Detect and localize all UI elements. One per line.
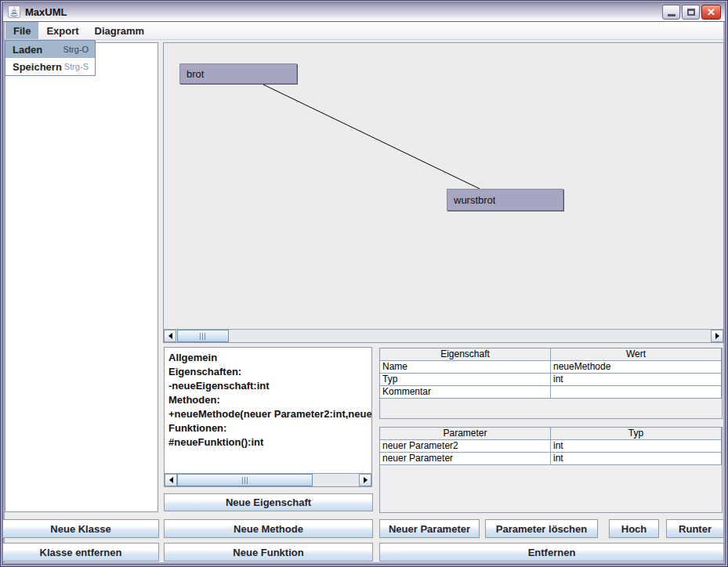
canvas-hscrollbar[interactable] bbox=[164, 329, 723, 342]
scroll-right-button[interactable] bbox=[359, 474, 371, 486]
details-line: +neueMethode(neuer Parameter2:int,neuer … bbox=[168, 407, 368, 421]
table-cell[interactable]: int bbox=[551, 440, 722, 453]
neue-methode-button[interactable]: Neue Methode bbox=[164, 519, 373, 538]
class-box-brot[interactable]: brot bbox=[179, 63, 297, 84]
window-title: MaxUML bbox=[25, 6, 67, 18]
table-cell[interactable] bbox=[551, 386, 722, 399]
titlebar[interactable]: MaxUML ✕ bbox=[3, 2, 725, 22]
entfernen-button[interactable]: Entfernen bbox=[379, 543, 724, 562]
menu-item-shortcut: Strg-S bbox=[64, 62, 89, 71]
neue-funktion-button[interactable]: Neue Funktion bbox=[164, 543, 373, 562]
menu-item-label: Laden bbox=[13, 44, 42, 56]
class-name-label: wurstbrot bbox=[454, 194, 495, 206]
details-line: Eigenschaften: bbox=[168, 365, 368, 379]
hoch-button[interactable]: Hoch bbox=[609, 519, 659, 538]
column-header[interactable]: Parameter bbox=[380, 428, 551, 440]
file-menu-popup: Laden Strg-O Speichern Strg-S bbox=[5, 40, 96, 76]
column-header[interactable]: Eigenschaft bbox=[380, 349, 551, 361]
diagram-canvas[interactable]: brot wurstbrot bbox=[164, 43, 723, 329]
table-row[interactable]: neuer Parameter2 int bbox=[380, 440, 722, 453]
neue-klasse-button[interactable]: Neue Klasse bbox=[2, 519, 159, 538]
menubar: File Export Diagramm bbox=[5, 22, 723, 40]
java-icon bbox=[8, 5, 20, 18]
table-cell[interactable]: Name bbox=[380, 361, 551, 374]
close-button[interactable]: ✕ bbox=[701, 5, 721, 20]
parameter-table: Parameter Typ neuer Parameter2 int neuer… bbox=[379, 427, 723, 513]
class-box-wurstbrot[interactable]: wurstbrot bbox=[447, 189, 563, 211]
minimize-icon bbox=[668, 14, 675, 16]
menu-item-speichern[interactable]: Speichern Strg-S bbox=[5, 58, 95, 75]
column-header[interactable]: Wert bbox=[551, 349, 722, 361]
runter-button[interactable]: Runter bbox=[666, 519, 724, 538]
menu-item-laden[interactable]: Laden Strg-O bbox=[5, 41, 95, 58]
table-cell[interactable]: Kommentar bbox=[380, 386, 551, 399]
close-icon: ✕ bbox=[707, 6, 715, 18]
menu-item-shortcut: Strg-O bbox=[63, 45, 89, 54]
scroll-left-button[interactable] bbox=[164, 330, 176, 342]
arrow-left-icon bbox=[165, 333, 172, 339]
details-text: Allgemein Eigenschaften: -neueEigenschaf… bbox=[165, 348, 371, 453]
menu-file[interactable]: File bbox=[5, 22, 38, 39]
class-name-label: brot bbox=[187, 68, 204, 80]
details-line: #neueFunktion():int bbox=[168, 435, 368, 450]
app-window: MaxUML ✕ File Export Diagramm brot wurst… bbox=[0, 0, 728, 567]
table-cell[interactable]: neuer Parameter bbox=[380, 453, 551, 465]
class-list-panel[interactable] bbox=[5, 42, 158, 512]
details-line: -neueEigenschaft:int bbox=[168, 379, 368, 393]
details-line: Funktionen: bbox=[168, 421, 368, 435]
column-header[interactable]: Typ bbox=[551, 428, 722, 440]
maximize-button[interactable] bbox=[682, 5, 700, 20]
table-cell[interactable]: int bbox=[551, 374, 722, 386]
scroll-left-button[interactable] bbox=[165, 474, 177, 486]
details-hscrollbar-thumb[interactable] bbox=[177, 474, 313, 486]
details-line: Allgemein bbox=[168, 351, 368, 365]
property-table: Eigenschaft Wert Name neueMethode Typ in… bbox=[379, 348, 723, 419]
details-panel[interactable]: Allgemein Eigenschaften: -neueEigenschaf… bbox=[164, 347, 372, 487]
menu-export[interactable]: Export bbox=[38, 22, 86, 39]
association-line bbox=[164, 43, 723, 329]
menu-diagramm[interactable]: Diagramm bbox=[87, 22, 153, 39]
table-cell[interactable]: int bbox=[551, 453, 722, 465]
table-row[interactable]: Typ int bbox=[380, 374, 722, 386]
arrow-right-icon bbox=[364, 477, 371, 483]
diagram-scrollpane: brot wurstbrot bbox=[163, 42, 724, 343]
parameter-loeschen-button[interactable]: Parameter löschen bbox=[485, 519, 598, 538]
arrow-right-icon bbox=[715, 333, 723, 339]
parameter-table-header[interactable]: Parameter Typ bbox=[380, 428, 722, 440]
table-cell[interactable]: Typ bbox=[380, 374, 551, 386]
maximize-icon bbox=[687, 9, 695, 16]
minimize-button[interactable] bbox=[662, 5, 680, 20]
property-table-header[interactable]: Eigenschaft Wert bbox=[380, 349, 722, 361]
table-row[interactable]: Name neueMethode bbox=[380, 361, 722, 374]
table-cell[interactable]: neuer Parameter2 bbox=[380, 440, 551, 453]
window-controls: ✕ bbox=[662, 5, 721, 20]
table-cell[interactable]: neueMethode bbox=[551, 361, 722, 374]
arrow-left-icon bbox=[166, 477, 173, 483]
canvas-hscrollbar-thumb[interactable] bbox=[177, 330, 229, 342]
menu-item-label: Speichern bbox=[13, 61, 62, 73]
neue-eigenschaft-button[interactable]: Neue Eigenschaft bbox=[164, 493, 373, 511]
neuer-parameter-button[interactable]: Neuer Parameter bbox=[379, 519, 480, 538]
details-hscrollbar[interactable] bbox=[165, 473, 371, 486]
details-line: Methoden: bbox=[168, 393, 368, 407]
scroll-right-button[interactable] bbox=[711, 330, 723, 342]
klasse-entfernen-button[interactable]: Klasse entfernen bbox=[2, 543, 159, 562]
table-row[interactable]: Kommentar bbox=[380, 386, 722, 399]
table-row[interactable]: neuer Parameter int bbox=[380, 453, 722, 465]
